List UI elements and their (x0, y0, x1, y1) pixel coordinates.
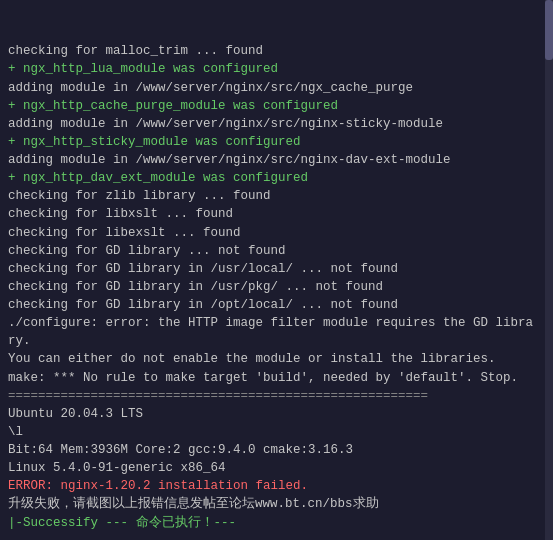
terminal-output[interactable]: checking for malloc_trim ... found+ ngx_… (0, 0, 553, 540)
terminal-line: checking for malloc_trim ... found (8, 42, 545, 60)
terminal-line: + ngx_http_sticky_module was configured (8, 133, 545, 151)
terminal-line: ========================================… (8, 387, 545, 405)
scrollbar[interactable] (545, 0, 553, 540)
terminal-line: checking for GD library in /opt/local/ .… (8, 296, 545, 314)
terminal-line: + ngx_http_dav_ext_module was configured (8, 169, 545, 187)
terminal-line: ry. (8, 332, 545, 350)
terminal-line: + ngx_http_lua_module was configured (8, 60, 545, 78)
terminal-line: Linux 5.4.0-91-generic x86_64 (8, 459, 545, 477)
terminal-line: You can either do not enable the module … (8, 350, 545, 368)
terminal-line: checking for libexslt ... found (8, 224, 545, 242)
terminal-window: checking for malloc_trim ... found+ ngx_… (0, 0, 553, 540)
terminal-line: Ubuntu 20.04.3 LTS (8, 405, 545, 423)
terminal-line: checking for libxslt ... found (8, 205, 545, 223)
terminal-line: ERROR: nginx-1.20.2 installation failed. (8, 477, 545, 495)
terminal-line: checking for GD library in /usr/pkg/ ...… (8, 278, 545, 296)
terminal-line: \l (8, 423, 545, 441)
terminal-line: ./configure: error: the HTTP image filte… (8, 314, 545, 332)
terminal-line: checking for zlib library ... found (8, 187, 545, 205)
scrollbar-thumb[interactable] (545, 0, 553, 60)
terminal-line: checking for GD library in /usr/local/ .… (8, 260, 545, 278)
terminal-line: adding module in /www/server/nginx/src/n… (8, 151, 545, 169)
terminal-line: adding module in /www/server/nginx/src/n… (8, 115, 545, 133)
terminal-line: + ngx_http_cache_purge_module was config… (8, 97, 545, 115)
terminal-line: 升级失败，请截图以上报错信息发帖至论坛www.bt.cn/bbs求助 (8, 495, 545, 513)
terminal-line: |-Successify --- 命令已执行！--- (8, 514, 545, 532)
terminal-line: adding module in /www/server/nginx/src/n… (8, 79, 545, 97)
terminal-line: Bit:64 Mem:3936M Core:2 gcc:9.4.0 cmake:… (8, 441, 545, 459)
terminal-line: checking for GD library ... not found (8, 242, 545, 260)
terminal-line: make: *** No rule to make target 'build'… (8, 369, 545, 387)
